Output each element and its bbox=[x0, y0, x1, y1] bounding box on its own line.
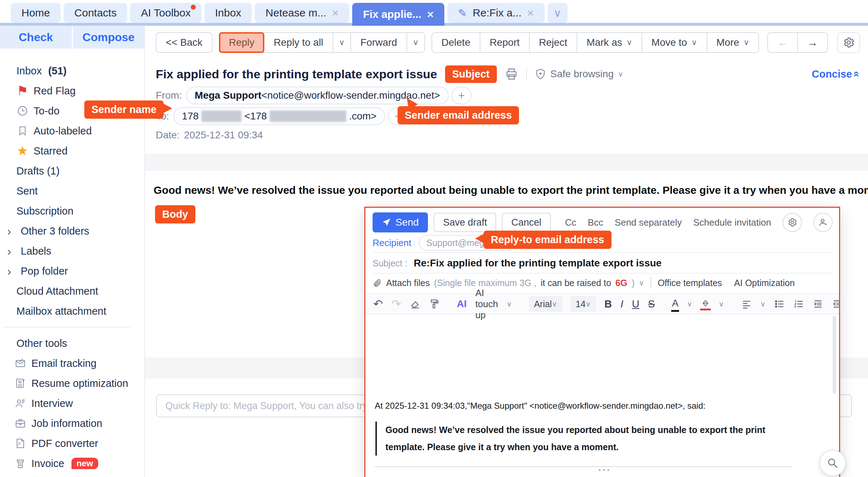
font-color-button[interactable]: A bbox=[672, 298, 678, 310]
compose-subject-value[interactable]: Re:Fix applied for the printing template… bbox=[414, 257, 662, 269]
clock-icon bbox=[16, 105, 29, 117]
font-size-select[interactable]: 14 bbox=[571, 296, 596, 312]
schedule-invitation-toggle[interactable]: Schedule invitation bbox=[693, 217, 771, 228]
format-paint-icon[interactable] bbox=[429, 299, 440, 309]
tab-fix-applied[interactable]: Fix applie... bbox=[352, 3, 444, 26]
font-family-select[interactable]: Arial bbox=[529, 296, 562, 312]
bullet-list-button[interactable] bbox=[774, 299, 785, 309]
more-dropdown[interactable]: More bbox=[707, 32, 759, 53]
resize-handle[interactable] bbox=[598, 462, 610, 477]
arrow-right-icon bbox=[807, 36, 818, 49]
sidebar-item-interview[interactable]: Interview bbox=[0, 393, 144, 413]
delete-button[interactable]: Delete bbox=[431, 32, 480, 53]
paper-plane-icon bbox=[382, 218, 391, 227]
numbered-list-button[interactable] bbox=[793, 299, 804, 309]
back-button[interactable]: << Back bbox=[156, 32, 213, 53]
sidebar-item-sent[interactable]: Sent bbox=[0, 181, 144, 201]
close-icon[interactable] bbox=[427, 9, 434, 20]
report-button[interactable]: Report bbox=[480, 32, 530, 53]
tab-refix-draft[interactable]: Re:Fix a... bbox=[447, 3, 545, 23]
sidebar-item-subscription[interactable]: Subscription bbox=[0, 201, 144, 221]
settings-button[interactable] bbox=[837, 32, 860, 53]
chevron-down-icon[interactable] bbox=[719, 300, 724, 308]
indent-button[interactable] bbox=[813, 299, 823, 309]
editor-scrollbar[interactable] bbox=[833, 316, 836, 394]
bold-button[interactable]: B bbox=[604, 298, 612, 310]
recipient-contact-chip[interactable]: 178 <178 .com> bbox=[173, 107, 385, 125]
tab-list-dropdown[interactable] bbox=[548, 3, 568, 23]
compose-settings-button[interactable] bbox=[783, 213, 802, 232]
pdf-file-icon: P bbox=[14, 437, 26, 449]
tab-home[interactable]: Home bbox=[11, 3, 61, 23]
floating-search-button[interactable] bbox=[819, 450, 846, 476]
sidebar-item-auto-labeled[interactable]: Auto-labeled bbox=[0, 121, 144, 141]
concise-toggle[interactable]: Concise bbox=[812, 68, 860, 80]
forward-button[interactable]: Forward bbox=[350, 32, 407, 53]
chevron-down-icon[interactable] bbox=[639, 279, 644, 287]
mark-as-dropdown[interactable]: Mark as bbox=[577, 32, 642, 53]
add-sender-to-contacts-button[interactable] bbox=[452, 87, 472, 104]
send-button[interactable]: Send bbox=[373, 212, 428, 232]
tab-ai-toolbox[interactable]: AI Toolbox bbox=[130, 3, 201, 23]
close-icon[interactable] bbox=[332, 7, 339, 19]
align-button[interactable] bbox=[741, 299, 752, 309]
compose-subject-label: Subject : bbox=[373, 258, 407, 269]
contacts-picker-button[interactable] bbox=[813, 213, 833, 232]
sidebar-item-cloud-attachment[interactable]: Cloud Attachment bbox=[0, 281, 144, 301]
compose-button[interactable]: Compose bbox=[73, 26, 145, 49]
send-separately-toggle[interactable]: Send separately bbox=[615, 217, 682, 228]
strikethrough-button[interactable]: S bbox=[648, 298, 655, 310]
redo-button[interactable] bbox=[391, 298, 401, 310]
cc-toggle[interactable]: Cc bbox=[565, 217, 577, 228]
forward-options-dropdown[interactable] bbox=[406, 32, 425, 53]
sidebar-item-labels[interactable]: Labels bbox=[0, 241, 144, 261]
sidebar-item-resume-optimization[interactable]: Resume optimization bbox=[0, 373, 144, 393]
sidebar-item-drafts[interactable]: Drafts (1) bbox=[0, 161, 144, 181]
close-icon[interactable] bbox=[527, 7, 534, 19]
sidebar-item-invoice[interactable]: Invoice new bbox=[0, 453, 144, 473]
sidebar-item-mailbox-attachment[interactable]: Mailbox attachment bbox=[0, 301, 144, 321]
check-mail-button[interactable]: Check bbox=[0, 26, 72, 49]
chevron-down-icon[interactable] bbox=[687, 300, 692, 308]
sidebar-item-job-information[interactable]: Job information bbox=[0, 413, 144, 433]
attach-files-button[interactable]: Attach files bbox=[386, 278, 430, 288]
ai-touch-up-button[interactable]: AI touch up bbox=[475, 287, 498, 321]
chevron-down-icon[interactable] bbox=[760, 300, 766, 308]
underline-button[interactable]: U bbox=[632, 298, 639, 310]
expand-arrow-icon[interactable] bbox=[7, 244, 16, 258]
print-icon[interactable] bbox=[505, 67, 518, 81]
chevron-down-icon[interactable] bbox=[507, 300, 512, 308]
chevron-down-icon bbox=[691, 38, 697, 47]
sidebar-item-other-folders[interactable]: Other 3 folders bbox=[0, 221, 144, 241]
expand-arrow-icon[interactable] bbox=[7, 264, 16, 278]
reply-to-all-button[interactable]: Reply to all bbox=[264, 32, 333, 53]
undo-button[interactable] bbox=[373, 298, 383, 310]
sidebar-item-pop-folder[interactable]: Pop folder bbox=[0, 261, 144, 281]
move-to-dropdown[interactable]: Move to bbox=[642, 32, 707, 53]
expand-arrow-icon[interactable] bbox=[7, 224, 16, 238]
reply-options-dropdown[interactable] bbox=[333, 32, 351, 53]
italic-button[interactable]: I bbox=[620, 298, 623, 310]
next-message-button[interactable] bbox=[797, 32, 828, 53]
ai-optimization-button[interactable]: AI Optimization bbox=[734, 278, 795, 288]
upgrade-size-link[interactable]: 6G bbox=[615, 278, 627, 288]
eraser-icon[interactable] bbox=[410, 299, 420, 309]
reject-button[interactable]: Reject bbox=[529, 32, 577, 53]
office-templates-button[interactable]: Office templates bbox=[658, 278, 722, 288]
tab-inbox[interactable]: Inbox bbox=[204, 3, 252, 23]
previous-message-button[interactable] bbox=[767, 32, 798, 53]
outdent-button[interactable] bbox=[832, 299, 840, 309]
bcc-toggle[interactable]: Bcc bbox=[588, 217, 603, 228]
sidebar-item-red-flag[interactable]: Red Flag bbox=[0, 81, 144, 101]
sidebar-item-starred[interactable]: Starred bbox=[0, 141, 144, 161]
sidebar-item-email-tracking[interactable]: Email tracking bbox=[0, 353, 144, 373]
sidebar-item-inbox[interactable]: Inbox(51) bbox=[0, 61, 144, 81]
tab-contacts[interactable]: Contacts bbox=[64, 3, 127, 23]
safe-browsing-dropdown[interactable]: Safe browsing bbox=[535, 68, 623, 80]
highlight-color-button[interactable] bbox=[701, 299, 710, 309]
cancel-button[interactable]: Cancel bbox=[502, 213, 550, 232]
tab-netease-mail[interactable]: Netease m... bbox=[255, 3, 349, 23]
save-draft-button[interactable]: Save draft bbox=[434, 213, 496, 232]
reply-button[interactable]: Reply bbox=[219, 32, 265, 53]
sidebar-item-pdf-converter[interactable]: P PDF converter bbox=[0, 433, 144, 453]
